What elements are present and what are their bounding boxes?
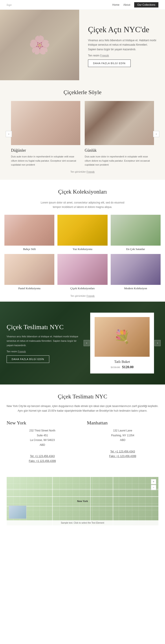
delivery-carousel-next[interactable]: › [155,340,161,346]
collections-grid: Bahçe Stili Yaz Koleksiyonu En Çok Satan… [4,215,161,290]
collections-section: Çiçek Koleksiyonları Lorem ipsum dolor s… [0,180,165,302]
flowers-say-title: Çiçeklerle Söyle [4,89,161,96]
flowers-carousel: ‹ Düğünler Duis aute irure dolor in repr… [4,101,161,167]
carousel-next-button[interactable]: › [153,131,159,137]
collection-bestseller[interactable]: En Çok Satanlar [111,215,161,251]
navigation: logo Home About Our Collections [0,0,165,10]
wedding-title: Düğünler [11,148,80,153]
delivery-dark-section: Çiçek Teslimatı NYC Vivamus arcu felis b… [0,302,165,384]
delivery-dark-description: Vivamus arcu felis bibendum ut tristique… [6,334,79,348]
floral-label: Çiçek Koleksiyonları [57,286,107,290]
delivery-product-card: Tatlı Buket $150.00 $120.00 [90,313,154,374]
hero-credit: Ten resim Freepik [88,53,156,58]
summer-image [57,215,107,246]
hero-content: Çiçek Açtı NYC'de Vivamus arcu felis bib… [79,10,165,80]
bestseller-label: En Çok Satanlar [111,247,161,251]
nav-collections-button[interactable]: Our Collections [134,2,159,8]
map-controls: + − [151,479,156,490]
delivery-dark-title: Çiçek Teslimatı NYC [6,323,79,331]
location-ny-phone-link[interactable]: Tel: +1 123.456.4343 [30,454,55,458]
floral-image [57,254,107,285]
delivery-carousel-prev[interactable]: ‹ [84,340,90,346]
pastel-image [4,254,54,285]
delivery-light-description: New York City'de eşi benzeri olmayan, iç… [6,404,159,414]
collection-garden[interactable]: Bahçe Stili [4,215,54,251]
wedding-description: Duis aute irure dolor in reprehenderit i… [11,154,80,167]
location-manhattan-address: 132 Laurel LaneFlushing, NY 11354ABD [87,428,159,443]
nav-links: Home About Our Collections [112,2,159,8]
delivery-dark-credit: Ten resim Freepik [6,350,79,354]
delivery-dark-content: Çiçek Teslimatı NYC Vivamus arcu felis b… [6,323,79,363]
map-zoom-in-button[interactable]: + [151,479,156,484]
nav-home[interactable]: Home [112,3,120,6]
locations: New York 232 Third Street NorthSuite 451… [6,420,159,470]
map-grid: New York [6,477,159,526]
collection-summer[interactable]: Yaz Koleksiyonu [57,215,107,251]
location-manhattan-fax-link[interactable]: Faks: +1 123.456.4399 [109,454,136,458]
map-road-h2 [6,506,159,506]
map-overlay: Sample text. Click to select the Text El… [6,520,159,526]
flowers-say-credit: Ten görüntüler Freepik [4,170,161,173]
flowers-say-section: Çiçeklerle Söyle ‹ Düğünler Duis aute ir… [0,80,165,180]
modern-image [111,254,161,285]
product-price-old: $150.00 [111,366,120,369]
bestseller-image [111,215,161,246]
collections-title: Çiçek Koleksiyonları [4,188,161,195]
collections-credit-link[interactable]: Freepik [86,294,95,297]
map-road-v2 [90,477,91,526]
hero-description: Vivamus arcu felis bibendum ut tristique… [88,38,156,52]
location-ny-fax-link[interactable]: Faks: +1 123.456.4399 [29,460,56,462]
carousel-item-daily: Günlük Duis aute irure dolor in reprehen… [85,101,154,167]
modern-label: Modern Koleksiyon [111,286,161,290]
map-road-h3 [6,489,159,490]
garden-label: Bahçe Stili [4,247,54,251]
summer-label: Yaz Koleksiyonu [57,247,107,251]
logo: logo [6,3,12,6]
location-new-york: New York 232 Third Street NorthSuite 451… [6,420,78,470]
hero-photo [0,10,79,80]
product-price-new: $120.00 [122,365,134,369]
hero-credit-link[interactable]: Freepik [100,54,109,57]
map-thumbnail [9,506,26,519]
location-ny-phone: Tel: +1 123.456.4343 Faks: +1 123.456.43… [6,454,78,464]
daily-photo [85,101,154,145]
delivery-dark-cta-button[interactable]: DAHA FAZLA BİLGİ EDİN [6,356,49,363]
location-ny-city: New York [6,420,78,426]
hero-image [0,10,79,80]
location-manhattan-phone-link[interactable]: Tel: +1 123.456.4343 [110,450,135,453]
wedding-photo [11,101,80,145]
wedding-image [11,101,80,145]
collections-credit: Ten görüntüler Freepik [4,294,161,297]
delivery-light-section: Çiçek Teslimatı NYC New York City'de eşi… [0,384,165,534]
location-manhattan: Manhattan 132 Laurel LaneFlushing, NY 11… [87,420,159,470]
collection-floral[interactable]: Çiçek Koleksiyonları [57,254,107,290]
map-road-v3 [113,477,113,526]
map-sample-text: Sample text. Click to select the Text El… [61,522,104,524]
map-city-label: New York [77,500,88,502]
nav-about[interactable]: About [123,3,130,6]
delivery-light-title: Çiçek Teslimatı NYC [6,393,159,400]
product-pricing: $150.00 $120.00 [95,365,150,369]
collection-modern[interactable]: Modern Koleksiyon [111,254,161,290]
garden-image [4,215,54,246]
pastel-label: Pastel Koleksiyonu [4,286,54,290]
daily-description: Duis aute irure dolor in reprehenderit i… [85,154,154,167]
flowers-say-credit-link[interactable]: Freepik [86,170,95,173]
location-manhattan-city: Manhattan [87,420,159,426]
delivery-carousel: ‹ Tatlı Buket $150.00 $120.00 › [86,313,159,374]
daily-title: Günlük [85,148,154,153]
carousel-prev-button[interactable]: ‹ [6,131,12,137]
carousel-items: Düğünler Duis aute irure dolor in repreh… [4,101,161,167]
product-image [95,317,150,357]
delivery-dark-credit-link[interactable]: Freepik [18,350,26,353]
daily-image [85,101,154,145]
location-ny-address: 232 Third Street NorthSuite 451La Crosse… [6,428,78,447]
collection-pastel[interactable]: Pastel Koleksiyonu [4,254,54,290]
product-name: Tatlı Buket [95,360,150,364]
map[interactable]: New York + − Sample text. Click to selec… [6,477,159,526]
map-road-v1 [52,477,53,526]
hero-cta-button[interactable]: DAHA FAZLA BİLGİ EDİN [88,60,131,67]
location-manhattan-phone: Tel: +1 123.456.4343 Faks: +1 123.456.43… [87,449,159,459]
map-zoom-out-button[interactable]: − [151,485,156,490]
map-road-h1 [6,496,159,497]
